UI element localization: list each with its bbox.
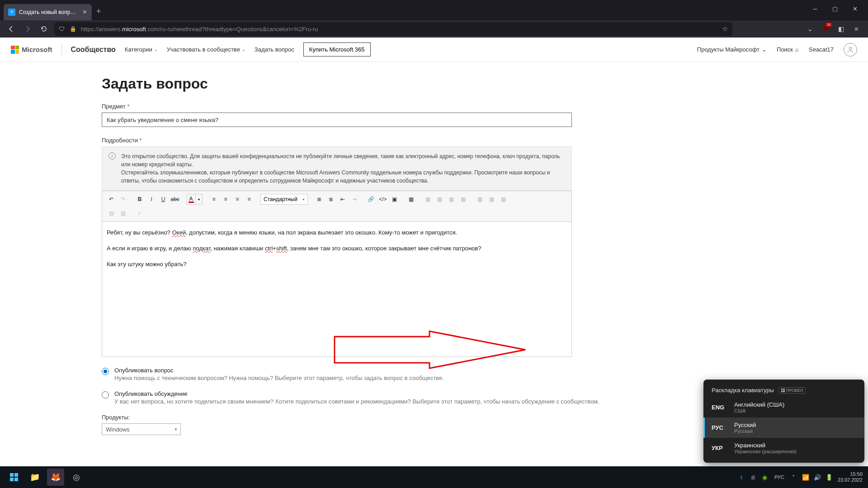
info-icon: i — [108, 152, 116, 160]
firefox-icon[interactable]: 🦊 — [47, 469, 64, 486]
browser-tab[interactable]: ? Создать новый вопрос или на ✕ — [4, 4, 92, 20]
extra-button-2[interactable]: ▥ — [118, 208, 128, 219]
radio-desc: У вас нет вопроса, но хотите поделиться … — [114, 398, 599, 405]
pocket-icon[interactable]: ⌄ — [804, 23, 816, 35]
notice-text-2: Остерегайтесь злоумышленников, которые п… — [121, 169, 565, 185]
radio-discussion[interactable]: Опубликовать обсуждение У вас нет вопрос… — [102, 390, 766, 405]
radio-input[interactable] — [102, 368, 109, 375]
align-right-button[interactable]: ≡ — [232, 194, 243, 205]
reload-button[interactable] — [38, 23, 50, 35]
products-select[interactable]: Windows — [102, 423, 181, 435]
subject-label: Предмет * — [102, 103, 766, 110]
nav-participate[interactable]: Участвовать в сообществе⌄ — [167, 46, 245, 53]
nvidia-icon[interactable]: ◉ — [761, 473, 769, 481]
table-merge-button[interactable]: ▦ — [458, 194, 469, 205]
unordered-list-button[interactable]: ≣ — [326, 194, 336, 205]
link-button[interactable]: 🔗 — [366, 194, 377, 205]
redo-button[interactable]: ↷ — [118, 194, 128, 205]
italic-button[interactable]: I — [146, 194, 157, 205]
extra-button-1[interactable]: ▤ — [106, 208, 117, 219]
lang-popup-header: Раскладка клавиатуры ПРОБЕЛ — [703, 384, 864, 397]
indent-button[interactable]: ⇥ — [349, 194, 360, 205]
align-center-button[interactable]: ≡ — [220, 194, 231, 205]
tab-bar: ? Создать новый вопрос или на ✕ + ─ ▢ ✕ — [0, 0, 868, 20]
radio-title: Опубликовать обсуждение — [114, 390, 599, 397]
lang-item-ukr[interactable]: УКР УкраинскийУкраинская (расширенная) — [703, 438, 864, 458]
address-bar[interactable]: 🛡 🔒 https://answers.microsoft.com/ru-ru/… — [54, 22, 732, 36]
ublock-icon[interactable]: ⛊31 — [819, 23, 832, 35]
lang-item-rus[interactable]: РУС РусскийРусская — [703, 418, 864, 438]
svg-point-0 — [849, 47, 852, 50]
underline-button[interactable]: U — [158, 194, 169, 205]
lock-icon[interactable]: 🔒 — [70, 26, 76, 32]
menu-icon[interactable]: ≡ — [850, 23, 863, 35]
table-cell-button[interactable]: ▦ — [446, 194, 457, 205]
minimize-button[interactable]: ─ — [806, 2, 825, 16]
undo-button[interactable]: ↶ — [106, 194, 117, 205]
forward-button[interactable] — [22, 23, 33, 35]
start-button[interactable] — [5, 469, 23, 486]
browser-toolbar: 🛡 🔒 https://answers.microsoft.com/ru-ru/… — [0, 20, 868, 38]
wifi-icon[interactable]: 📶 — [802, 473, 810, 481]
avatar-icon[interactable] — [844, 43, 857, 56]
maximize-button[interactable]: ▢ — [826, 2, 844, 16]
code-button[interactable]: </> — [377, 194, 388, 205]
table-del-row-button[interactable]: ▦ — [475, 194, 486, 205]
subject-input[interactable] — [102, 113, 572, 127]
align-left-button[interactable]: ≡ — [208, 194, 219, 205]
table-row-button[interactable]: ▦ — [423, 194, 434, 205]
strike-button[interactable]: abc — [170, 194, 180, 205]
header-right: Продукты Майкрософт⌄ Поиск⌕ Seacat17 — [697, 43, 857, 56]
username[interactable]: Seacat17 — [809, 46, 834, 53]
nav-ask[interactable]: Задать вопрос — [255, 46, 294, 53]
align-justify-button[interactable]: ≡ — [244, 194, 255, 205]
table-col-button[interactable]: ▦ — [434, 194, 445, 205]
outdent-button[interactable]: ⇤ — [337, 194, 348, 205]
volume-icon[interactable]: 🔊 — [813, 473, 821, 481]
new-tab-button[interactable]: + — [96, 7, 101, 16]
language-indicator[interactable]: РУС — [773, 474, 786, 480]
microsoft-logo[interactable]: Microsoft — [11, 46, 52, 54]
chevron-down-icon: ⌄ — [242, 47, 245, 52]
table-del-col-button[interactable]: ▦ — [486, 194, 497, 205]
window-controls: ─ ▢ ✕ — [806, 2, 864, 16]
back-button[interactable] — [5, 23, 17, 35]
tab-title: Создать новый вопрос или на — [19, 9, 79, 15]
chevron-down-icon: ⌄ — [762, 46, 767, 53]
table-button[interactable]: ▦ — [406, 194, 417, 205]
clock[interactable]: 15:50 23.07.2022 — [838, 471, 863, 483]
text-color-button[interactable]: A▼ — [186, 194, 203, 205]
site-header: Microsoft Сообщество Категории⌄ Участвов… — [0, 38, 868, 62]
publish-type-radios: Опубликовать вопрос Нужна помощь с техни… — [102, 367, 766, 405]
products-dropdown[interactable]: Продукты Майкрософт⌄ — [697, 46, 767, 53]
image-button[interactable]: ▣ — [389, 194, 400, 205]
shield-icon[interactable]: 🛡 — [59, 25, 65, 33]
community-link[interactable]: Сообщество — [71, 46, 116, 54]
obs-icon[interactable]: ◎ — [68, 469, 85, 486]
file-explorer-icon[interactable]: 📁 — [26, 469, 43, 486]
close-window-button[interactable]: ✕ — [845, 2, 864, 16]
annotation-arrow — [334, 330, 526, 369]
table-del-button[interactable]: ▦ — [498, 194, 509, 205]
style-select[interactable]: Стандартный — [260, 194, 308, 205]
tray-icon-1[interactable]: ⎚ — [749, 473, 757, 481]
buy-365-button[interactable]: Купить Microsoft 365 — [303, 42, 371, 56]
radio-input[interactable] — [102, 391, 109, 399]
nav-categories[interactable]: Категории⌄ — [125, 46, 158, 53]
bluetooth-icon[interactable]: ᚼ — [737, 473, 745, 481]
bookmark-icon[interactable]: ☆ — [722, 25, 728, 33]
close-tab-icon[interactable]: ✕ — [82, 9, 87, 15]
bold-button[interactable]: B — [134, 194, 145, 205]
spellcheck-button[interactable]: ✓ — [134, 208, 145, 219]
favicon-icon: ? — [8, 9, 15, 16]
ordered-list-button[interactable]: ≣ — [314, 194, 325, 205]
chevron-up-icon[interactable]: ˄ — [790, 473, 798, 481]
shortcut-hint: ПРОБЕЛ — [778, 387, 806, 394]
language-popup: Раскладка клавиатуры ПРОБЕЛ ENG Английск… — [703, 380, 864, 463]
lang-item-eng[interactable]: ENG Английский (США)США — [703, 397, 864, 418]
battery-icon[interactable]: 🔋 — [825, 473, 833, 481]
radio-desc: Нужна помощь с техническим вопросом? Нуж… — [114, 375, 444, 381]
ms-logo-icon — [11, 46, 19, 54]
extensions-icon[interactable]: ◧ — [835, 23, 847, 35]
search-button[interactable]: Поиск⌕ — [777, 46, 799, 53]
